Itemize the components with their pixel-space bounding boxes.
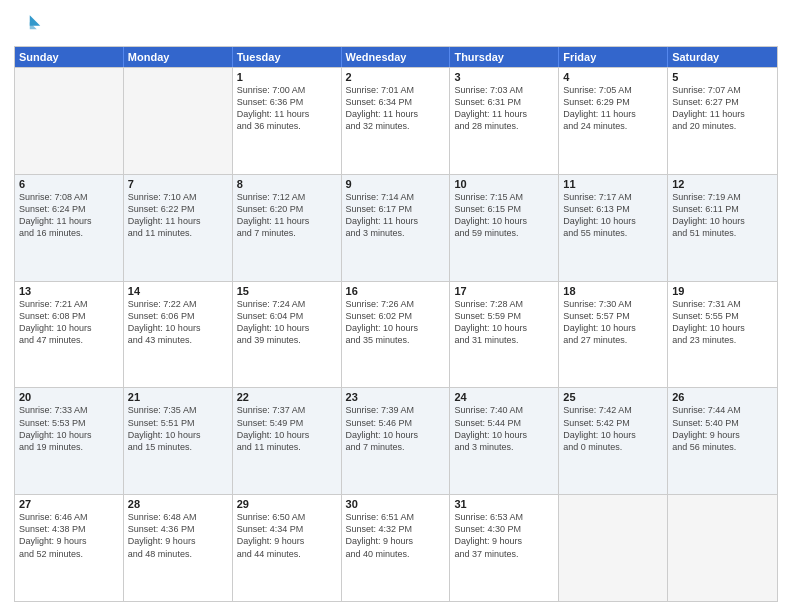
calendar-cell: 11Sunrise: 7:17 AM Sunset: 6:13 PM Dayli… [559, 175, 668, 281]
calendar-cell: 3Sunrise: 7:03 AM Sunset: 6:31 PM Daylig… [450, 68, 559, 174]
day-info: Sunrise: 7:31 AM Sunset: 5:55 PM Dayligh… [672, 298, 773, 347]
day-info: Sunrise: 7:42 AM Sunset: 5:42 PM Dayligh… [563, 404, 663, 453]
calendar-cell: 5Sunrise: 7:07 AM Sunset: 6:27 PM Daylig… [668, 68, 777, 174]
day-number: 9 [346, 178, 446, 190]
day-info: Sunrise: 7:14 AM Sunset: 6:17 PM Dayligh… [346, 191, 446, 240]
calendar-cell [559, 495, 668, 601]
calendar-cell: 24Sunrise: 7:40 AM Sunset: 5:44 PM Dayli… [450, 388, 559, 494]
day-number: 26 [672, 391, 773, 403]
calendar-cell: 16Sunrise: 7:26 AM Sunset: 6:02 PM Dayli… [342, 282, 451, 388]
calendar-cell [124, 68, 233, 174]
day-info: Sunrise: 7:03 AM Sunset: 6:31 PM Dayligh… [454, 84, 554, 133]
calendar-cell: 22Sunrise: 7:37 AM Sunset: 5:49 PM Dayli… [233, 388, 342, 494]
calendar-cell: 20Sunrise: 7:33 AM Sunset: 5:53 PM Dayli… [15, 388, 124, 494]
header-day-saturday: Saturday [668, 47, 777, 67]
day-number: 5 [672, 71, 773, 83]
day-info: Sunrise: 7:08 AM Sunset: 6:24 PM Dayligh… [19, 191, 119, 240]
day-info: Sunrise: 7:24 AM Sunset: 6:04 PM Dayligh… [237, 298, 337, 347]
calendar-row-1: 1Sunrise: 7:00 AM Sunset: 6:36 PM Daylig… [15, 67, 777, 174]
calendar-cell: 27Sunrise: 6:46 AM Sunset: 4:38 PM Dayli… [15, 495, 124, 601]
calendar-row-3: 13Sunrise: 7:21 AM Sunset: 6:08 PM Dayli… [15, 281, 777, 388]
calendar-cell: 28Sunrise: 6:48 AM Sunset: 4:36 PM Dayli… [124, 495, 233, 601]
header-day-sunday: Sunday [15, 47, 124, 67]
page-header [14, 10, 778, 38]
calendar-cell: 21Sunrise: 7:35 AM Sunset: 5:51 PM Dayli… [124, 388, 233, 494]
calendar-cell: 6Sunrise: 7:08 AM Sunset: 6:24 PM Daylig… [15, 175, 124, 281]
day-number: 19 [672, 285, 773, 297]
calendar-row-5: 27Sunrise: 6:46 AM Sunset: 4:38 PM Dayli… [15, 494, 777, 601]
calendar-cell: 25Sunrise: 7:42 AM Sunset: 5:42 PM Dayli… [559, 388, 668, 494]
day-number: 27 [19, 498, 119, 510]
day-number: 30 [346, 498, 446, 510]
day-number: 14 [128, 285, 228, 297]
calendar-cell: 4Sunrise: 7:05 AM Sunset: 6:29 PM Daylig… [559, 68, 668, 174]
calendar-cell: 17Sunrise: 7:28 AM Sunset: 5:59 PM Dayli… [450, 282, 559, 388]
header-day-thursday: Thursday [450, 47, 559, 67]
day-number: 11 [563, 178, 663, 190]
day-number: 29 [237, 498, 337, 510]
day-info: Sunrise: 7:07 AM Sunset: 6:27 PM Dayligh… [672, 84, 773, 133]
day-info: Sunrise: 7:01 AM Sunset: 6:34 PM Dayligh… [346, 84, 446, 133]
calendar-cell: 13Sunrise: 7:21 AM Sunset: 6:08 PM Dayli… [15, 282, 124, 388]
day-number: 21 [128, 391, 228, 403]
day-number: 12 [672, 178, 773, 190]
day-info: Sunrise: 7:35 AM Sunset: 5:51 PM Dayligh… [128, 404, 228, 453]
day-number: 15 [237, 285, 337, 297]
day-number: 3 [454, 71, 554, 83]
day-number: 4 [563, 71, 663, 83]
day-info: Sunrise: 7:26 AM Sunset: 6:02 PM Dayligh… [346, 298, 446, 347]
day-info: Sunrise: 7:39 AM Sunset: 5:46 PM Dayligh… [346, 404, 446, 453]
calendar-cell: 26Sunrise: 7:44 AM Sunset: 5:40 PM Dayli… [668, 388, 777, 494]
header-day-wednesday: Wednesday [342, 47, 451, 67]
calendar-cell: 14Sunrise: 7:22 AM Sunset: 6:06 PM Dayli… [124, 282, 233, 388]
calendar-cell: 7Sunrise: 7:10 AM Sunset: 6:22 PM Daylig… [124, 175, 233, 281]
day-number: 1 [237, 71, 337, 83]
day-info: Sunrise: 7:17 AM Sunset: 6:13 PM Dayligh… [563, 191, 663, 240]
day-number: 7 [128, 178, 228, 190]
day-number: 25 [563, 391, 663, 403]
day-info: Sunrise: 7:05 AM Sunset: 6:29 PM Dayligh… [563, 84, 663, 133]
calendar-cell [15, 68, 124, 174]
logo [14, 10, 46, 38]
day-number: 24 [454, 391, 554, 403]
day-number: 23 [346, 391, 446, 403]
day-number: 17 [454, 285, 554, 297]
calendar-header: SundayMondayTuesdayWednesdayThursdayFrid… [15, 47, 777, 67]
day-info: Sunrise: 6:46 AM Sunset: 4:38 PM Dayligh… [19, 511, 119, 560]
calendar-cell: 10Sunrise: 7:15 AM Sunset: 6:15 PM Dayli… [450, 175, 559, 281]
calendar-row-2: 6Sunrise: 7:08 AM Sunset: 6:24 PM Daylig… [15, 174, 777, 281]
day-info: Sunrise: 7:19 AM Sunset: 6:11 PM Dayligh… [672, 191, 773, 240]
calendar-cell: 2Sunrise: 7:01 AM Sunset: 6:34 PM Daylig… [342, 68, 451, 174]
day-number: 8 [237, 178, 337, 190]
header-day-friday: Friday [559, 47, 668, 67]
calendar-cell: 19Sunrise: 7:31 AM Sunset: 5:55 PM Dayli… [668, 282, 777, 388]
day-number: 6 [19, 178, 119, 190]
calendar-cell: 31Sunrise: 6:53 AM Sunset: 4:30 PM Dayli… [450, 495, 559, 601]
calendar-cell: 30Sunrise: 6:51 AM Sunset: 4:32 PM Dayli… [342, 495, 451, 601]
header-day-monday: Monday [124, 47, 233, 67]
day-number: 22 [237, 391, 337, 403]
day-info: Sunrise: 6:50 AM Sunset: 4:34 PM Dayligh… [237, 511, 337, 560]
day-info: Sunrise: 6:48 AM Sunset: 4:36 PM Dayligh… [128, 511, 228, 560]
calendar-cell: 23Sunrise: 7:39 AM Sunset: 5:46 PM Dayli… [342, 388, 451, 494]
day-number: 18 [563, 285, 663, 297]
day-number: 31 [454, 498, 554, 510]
day-info: Sunrise: 7:15 AM Sunset: 6:15 PM Dayligh… [454, 191, 554, 240]
day-number: 28 [128, 498, 228, 510]
day-info: Sunrise: 7:21 AM Sunset: 6:08 PM Dayligh… [19, 298, 119, 347]
calendar-cell: 12Sunrise: 7:19 AM Sunset: 6:11 PM Dayli… [668, 175, 777, 281]
day-info: Sunrise: 7:30 AM Sunset: 5:57 PM Dayligh… [563, 298, 663, 347]
calendar-cell: 8Sunrise: 7:12 AM Sunset: 6:20 PM Daylig… [233, 175, 342, 281]
calendar-cell [668, 495, 777, 601]
logo-icon [14, 10, 42, 38]
day-info: Sunrise: 7:40 AM Sunset: 5:44 PM Dayligh… [454, 404, 554, 453]
day-info: Sunrise: 6:51 AM Sunset: 4:32 PM Dayligh… [346, 511, 446, 560]
header-day-tuesday: Tuesday [233, 47, 342, 67]
day-number: 16 [346, 285, 446, 297]
day-info: Sunrise: 7:12 AM Sunset: 6:20 PM Dayligh… [237, 191, 337, 240]
calendar-body: 1Sunrise: 7:00 AM Sunset: 6:36 PM Daylig… [15, 67, 777, 601]
day-info: Sunrise: 7:10 AM Sunset: 6:22 PM Dayligh… [128, 191, 228, 240]
day-info: Sunrise: 7:00 AM Sunset: 6:36 PM Dayligh… [237, 84, 337, 133]
calendar-row-4: 20Sunrise: 7:33 AM Sunset: 5:53 PM Dayli… [15, 387, 777, 494]
calendar-cell: 18Sunrise: 7:30 AM Sunset: 5:57 PM Dayli… [559, 282, 668, 388]
